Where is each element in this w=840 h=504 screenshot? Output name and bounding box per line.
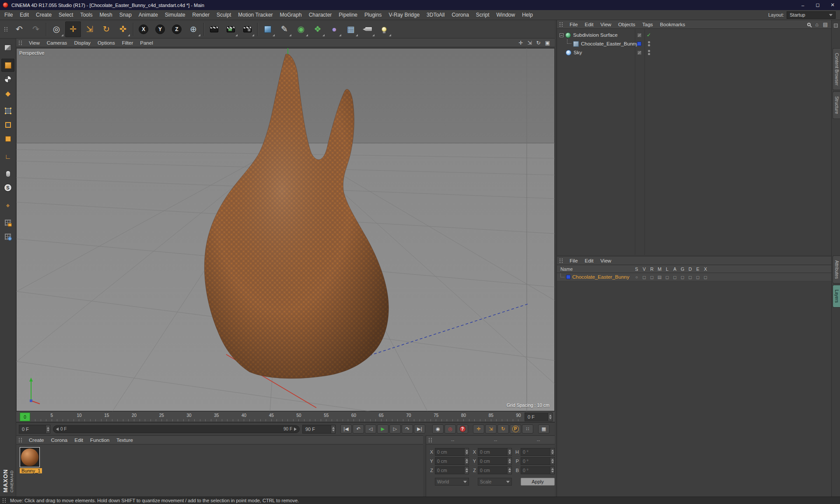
layer-manager-menu-edit[interactable]: Edit (581, 258, 597, 263)
points-mode-button[interactable] (1, 104, 14, 117)
deformers-toggle[interactable]: ◻ (688, 275, 692, 280)
viewport-menu-filter[interactable]: Filter (119, 40, 137, 46)
render-picture-viewer-button[interactable] (223, 21, 238, 37)
polygons-mode-button[interactable] (1, 132, 14, 145)
workplane-mode-button[interactable]: ◆ (1, 87, 14, 100)
coordinate-system-button[interactable]: ⊕ (186, 21, 201, 37)
orbit-view-icon[interactable]: ↻ (536, 40, 541, 46)
goto-start-button[interactable]: |◀ (340, 424, 352, 434)
stepper-icon[interactable] (464, 448, 469, 455)
undo-button[interactable]: ↶ (11, 21, 27, 37)
menu-animate[interactable]: Animate (135, 12, 161, 18)
pin-icon[interactable] (834, 24, 838, 28)
materials-menu-function[interactable]: Function (87, 438, 113, 443)
coordinate-field[interactable]: 0 cm (478, 457, 512, 465)
animation-toggle[interactable]: ◻ (673, 275, 676, 280)
pan-view-icon[interactable]: ✛ (518, 40, 523, 46)
menu-help[interactable]: Help (518, 12, 536, 18)
goto-next-key-button[interactable]: ↷ (402, 424, 413, 434)
materials-menu-create[interactable]: Create (25, 438, 48, 443)
keying-help-button[interactable]: ? (457, 424, 468, 434)
drag-handle-icon[interactable] (2, 498, 6, 503)
add-camera-button[interactable] (360, 21, 375, 37)
drag-handle-icon[interactable] (18, 438, 22, 443)
live-selection-button[interactable]: ◎ (49, 21, 64, 37)
zoom-view-icon[interactable]: ⇲ (528, 40, 532, 46)
menu-character[interactable]: Character (305, 12, 336, 18)
side-tab-attributes[interactable]: Attributes (833, 256, 840, 284)
object-row[interactable]: Subdivision Surface✓ (557, 31, 831, 39)
menu-tools[interactable]: Tools (77, 12, 96, 18)
add-environment-button[interactable]: ▦ (343, 21, 359, 37)
layer-color-swatch[interactable] (566, 275, 570, 279)
object-manager-menu-tags[interactable]: Tags (639, 22, 656, 27)
add-generator-button[interactable]: ◉ (293, 21, 309, 37)
xref-toggle[interactable]: ◻ (704, 275, 707, 280)
make-editable-button[interactable] (1, 41, 14, 54)
key-position-button[interactable]: ✛ (473, 424, 484, 434)
coordinate-field[interactable]: 0 cm (435, 466, 469, 474)
visible-toggle[interactable]: ◻ (642, 275, 646, 280)
stepper-icon[interactable] (550, 467, 554, 474)
drag-handle-icon[interactable] (559, 22, 563, 27)
expressions-toggle[interactable]: ◻ (696, 275, 700, 280)
menu-snap[interactable]: Snap (116, 12, 135, 18)
panel-icon[interactable]: ▤ (823, 21, 828, 28)
enabled-check-icon[interactable]: ✓ (647, 32, 651, 38)
drag-handle-icon[interactable] (18, 40, 22, 46)
menu-sculpt[interactable]: Sculpt (213, 12, 234, 18)
texture-mode-button[interactable] (1, 73, 14, 86)
current-frame-field[interactable]: 0 F (19, 425, 50, 434)
menu-motion-tracker[interactable]: Motion Tracker (234, 12, 276, 18)
autokeying-button[interactable]: ◎ (444, 424, 456, 434)
goto-previous-key-button[interactable]: ↶ (353, 424, 364, 434)
viewport-solo-button[interactable] (1, 167, 14, 180)
side-tab-content-browser[interactable]: Content Browser (833, 48, 840, 90)
add-spline-button[interactable]: ✎ (276, 21, 292, 37)
object-row[interactable]: Sky (557, 48, 831, 57)
layer-manager-menu-view[interactable]: View (597, 258, 615, 263)
close-button[interactable]: ✕ (825, 0, 840, 10)
menu-select[interactable]: Select (55, 12, 77, 18)
coordinate-field[interactable]: 0 ° (521, 448, 555, 456)
toggle-panel-icon[interactable]: ▣ (545, 40, 550, 46)
render-toggle[interactable]: ◻ (650, 275, 654, 280)
render-settings-button[interactable] (239, 21, 255, 37)
object-row[interactable]: Chocolate_Easter_Bunny (557, 39, 831, 48)
lock-y-axis-button[interactable]: Y (152, 21, 168, 37)
key-rotation-button[interactable]: ↻ (497, 424, 509, 434)
menu-simulate[interactable]: Simulate (161, 12, 189, 18)
apply-button[interactable]: Apply (521, 478, 555, 486)
drag-handle-icon[interactable] (4, 27, 8, 32)
stepper-icon[interactable] (331, 425, 335, 433)
layer-manager-menu-file[interactable]: File (566, 258, 581, 263)
drag-handle-icon[interactable] (428, 438, 432, 443)
stepper-icon[interactable] (507, 458, 511, 465)
last-used-tool-button[interactable]: ✜ (115, 21, 131, 37)
menu-corona[interactable]: Corona (448, 12, 472, 18)
layer-none-icon[interactable] (637, 33, 641, 37)
stepper-icon[interactable] (464, 458, 469, 465)
layer-color-swatch[interactable] (637, 42, 641, 46)
home-icon[interactable]: ⌂ (815, 21, 818, 28)
model-mode-button[interactable] (1, 59, 14, 72)
menu-render[interactable]: Render (189, 12, 213, 18)
stepper-icon[interactable] (550, 448, 554, 455)
render-view-button[interactable] (206, 21, 222, 37)
lock-toggle[interactable]: ◻ (665, 275, 669, 280)
snap-toggle-button[interactable]: S (1, 181, 14, 194)
viewport-menu-display[interactable]: Display (70, 40, 94, 46)
object-manager-menu-file[interactable]: File (566, 22, 581, 27)
end-frame-field[interactable]: 90 F (302, 425, 336, 434)
minimize-button[interactable]: – (795, 0, 810, 10)
camera-label[interactable]: Perspective (19, 50, 44, 56)
add-light-button[interactable] (376, 21, 392, 37)
viewport-menu-cameras[interactable]: Cameras (43, 40, 71, 46)
menu-file[interactable]: File (1, 12, 16, 18)
timeline-window-button[interactable]: ▦ (538, 424, 550, 434)
range-right-arrow-icon[interactable] (294, 427, 297, 431)
side-tab-layers[interactable]: Layers (833, 285, 840, 308)
timeline-ruler[interactable]: 051015202530354045505560657075808590 0 0… (16, 411, 555, 422)
goto-next-frame-button[interactable]: ▷ (389, 424, 401, 434)
edges-mode-button[interactable] (1, 118, 14, 131)
